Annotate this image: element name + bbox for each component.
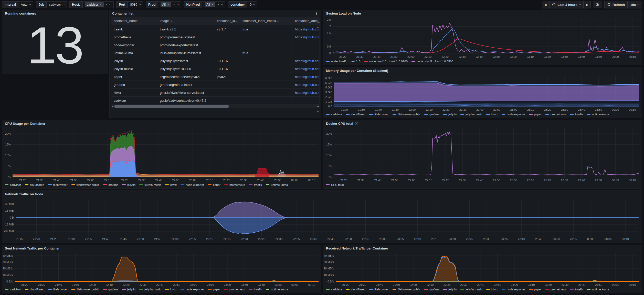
refresh-button[interactable]: Refresh [605, 1, 627, 8]
zoom-out-button[interactable] [593, 1, 602, 8]
legend-item[interactable]: kiwix [486, 113, 498, 116]
selected-value-chip[interactable]: All✕ [161, 2, 171, 7]
legend-item[interactable]: paper [208, 183, 220, 186]
panel-title[interactable]: CPU Usage per Container [2, 120, 321, 127]
legend-item[interactable]: node_load1Last *: 0 [326, 60, 360, 63]
legend-item[interactable]: prometheus [224, 288, 245, 291]
legend-item[interactable]: prometheus [545, 113, 566, 116]
cell-org-link[interactable]: https://github.com/tr [292, 25, 320, 33]
variable-dropdown[interactable]: All✕✕ [158, 2, 181, 8]
remove-chip-icon[interactable]: ✕ [100, 3, 102, 6]
cell-org-link[interactable]: https://github.com/o [292, 89, 320, 96]
scroll-left-icon[interactable]: ◀ [112, 105, 113, 108]
legend-item[interactable]: cadvisor [326, 113, 342, 116]
selected-value-chip[interactable]: cadvisor✕ [85, 2, 104, 7]
cell-org-link[interactable]: https://github.com/g [292, 81, 320, 88]
legend-item[interactable]: prometheus [545, 288, 566, 291]
legend-item[interactable]: filebrowser [369, 288, 389, 291]
time-shift-back-button[interactable]: « [542, 1, 549, 8]
cell-org-link[interactable]: https://github.com/p [292, 33, 320, 41]
scroll-right-icon[interactable]: ▶ [318, 105, 319, 108]
legend-item[interactable]: jellyfin [443, 113, 457, 116]
legend-item[interactable]: node_load15Last *: 0.0700 [364, 60, 408, 63]
clear-selection-icon[interactable]: ✕ [173, 3, 175, 6]
cell-org-link[interactable]: https://github.com/it [292, 73, 320, 81]
variable-dropdown[interactable]: 8080 [128, 2, 143, 8]
column-header-container_name[interactable]: container_name [111, 17, 157, 25]
column-header-container_label_traefik[interactable]: container_label_traefik... [240, 17, 292, 25]
legend-item[interactable]: traefik [570, 288, 583, 291]
panel-title[interactable]: Sent Network Traffic per Container [2, 245, 321, 252]
variable-dropdown[interactable]: Auto [18, 2, 33, 8]
cell-org-link[interactable]: https://github.com/je [292, 65, 320, 73]
received-traffic-chart[interactable]: 0 B/s10 MB/s20 MB/s30 MB/s40 MB/s21:2021… [323, 252, 642, 287]
legend-item[interactable]: cadvisor [326, 288, 342, 291]
legend-item[interactable]: node-exporter [502, 288, 525, 291]
legend-item[interactable]: node-exporter [502, 113, 525, 116]
column-header-image[interactable]: image↓ [157, 17, 214, 25]
legend-item[interactable]: grafana [424, 113, 439, 116]
legend-item[interactable]: cloudflared [25, 183, 44, 186]
panel-menu-icon[interactable]: ⋮ [315, 11, 319, 15]
panel-title[interactable]: Memory Usage per Container (Stacked) [323, 67, 642, 74]
selected-value-chip[interactable]: All✕ [205, 2, 215, 7]
variable-dropdown[interactable]: cadvisor✕✕ [83, 2, 113, 8]
time-shift-forward-button[interactable]: » [583, 1, 590, 8]
legend-item[interactable]: jellyfin-music [460, 113, 482, 116]
legend-item[interactable]: filebrowser [369, 113, 389, 116]
legend-item[interactable]: jellyfin-music [139, 288, 161, 291]
info-icon[interactable]: i [355, 122, 358, 125]
scroll-down-icon[interactable]: ▼ [317, 111, 319, 113]
legend-item[interactable]: cloudflared [346, 288, 365, 291]
panel-title[interactable]: Received Network Traffic per Container [323, 245, 642, 252]
panel-title[interactable]: System Load on Node [323, 10, 642, 17]
legend-item[interactable]: cloudflared [25, 288, 44, 291]
scrollbar-thumb[interactable] [114, 105, 229, 108]
legend-item[interactable]: jellyfin [122, 183, 135, 186]
panel-title[interactable]: Docker CPU total i [323, 120, 642, 127]
legend-item[interactable]: node-exporter [181, 183, 204, 186]
cpu-per-container-chart[interactable]: 0%5%10%15%20%21:2021:3021:4021:5022:0022… [2, 127, 321, 182]
horizontal-scrollbar[interactable]: ◀ ▶ [111, 105, 320, 108]
legend-item[interactable]: kiwix [165, 183, 177, 186]
legend-item[interactable]: paper [529, 288, 542, 291]
legend-item[interactable]: node-exporter [181, 288, 204, 291]
remove-chip-icon[interactable]: ✕ [167, 3, 169, 6]
legend-item[interactable]: filebrowser-public [393, 288, 420, 291]
legend-item[interactable]: jellyfin [443, 288, 457, 291]
legend-item[interactable]: traefik [249, 288, 262, 291]
column-header-container_label_org_[interactable]: container_label_org_ [292, 17, 320, 25]
legend-item[interactable]: filebrowser-public [393, 113, 420, 116]
variable-dropdown[interactable]: All✕✕ [202, 2, 225, 8]
legend-item[interactable]: kiwix [165, 288, 177, 291]
legend-item[interactable]: prometheus [224, 183, 245, 186]
legend-item[interactable]: cloudflared [346, 113, 365, 116]
variable-dropdown[interactable]: 0 [247, 2, 257, 8]
legend-item[interactable]: uptime-kuma [587, 288, 609, 291]
network-traffic-chart[interactable]: -32 MiB-16 MiB0 B16 MiB32 MiB21:1521:202… [2, 197, 642, 241]
legend-item[interactable]: grafana [103, 288, 118, 291]
legend-item[interactable]: filebrowser-public [71, 288, 99, 291]
legend-item[interactable]: filebrowser [48, 183, 68, 186]
sent-traffic-chart[interactable]: 0 B/s10 MB/s20 MB/s30 MB/s40 MB/s21:2021… [2, 252, 321, 287]
legend-item[interactable]: uptime-kuma [587, 113, 609, 116]
legend-item[interactable]: filebrowser [48, 288, 68, 291]
system-load-chart[interactable]: 00.511.522.521:2021:3021:4021:5022:0022:… [323, 17, 642, 59]
legend-item[interactable]: grafana [424, 288, 439, 291]
legend-item[interactable]: kiwix [486, 288, 498, 291]
variable-dropdown[interactable]: cadvisor [47, 2, 67, 8]
memory-usage-chart[interactable]: 0 B1 GiB2 GiB3 GiB4 GiB5 GiB6 GiB21:2021… [323, 74, 642, 112]
refresh-interval-dropdown[interactable]: 10s [627, 1, 642, 8]
panel-title[interactable]: Network Traffic on Node [2, 191, 642, 197]
panel-title[interactable]: Container list ⋮ [110, 10, 321, 17]
legend-item[interactable]: jellyfin-music [139, 183, 161, 186]
legend-item[interactable]: jellyfin-music [460, 288, 482, 291]
legend-item[interactable]: uptime-kuma [266, 183, 288, 186]
legend-item[interactable]: traefik [249, 183, 262, 186]
clear-selection-icon[interactable]: ✕ [105, 3, 108, 6]
legend-item[interactable]: uptime-kuma [266, 288, 288, 291]
legend-item[interactable]: cadvisor [5, 288, 21, 291]
clear-selection-icon[interactable]: ✕ [217, 3, 219, 6]
legend-item[interactable]: cadvisor [5, 183, 21, 186]
legend-item[interactable]: CPU total [326, 183, 344, 186]
